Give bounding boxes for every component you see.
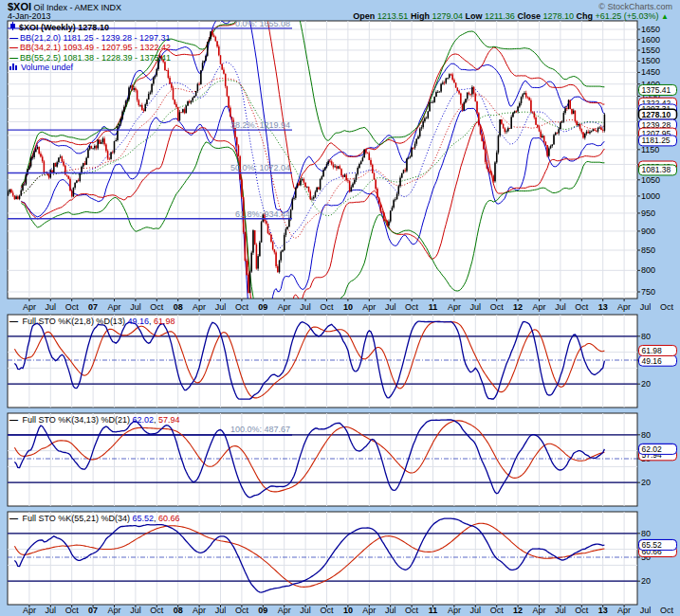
svg-text:62.02: 62.02 — [642, 444, 663, 454]
svg-text:1000: 1000 — [641, 191, 660, 201]
svg-text:850: 850 — [641, 245, 655, 255]
panel3-k-value: 65.52 — [132, 514, 154, 523]
svg-text:20: 20 — [641, 576, 651, 586]
open-label: Open — [353, 11, 375, 21]
svg-text:Apr: Apr — [107, 302, 120, 312]
svg-text:Jul: Jul — [130, 302, 141, 312]
svg-text:1600: 1600 — [641, 35, 660, 45]
svg-text:07: 07 — [88, 302, 98, 312]
panel2-box — [8, 413, 637, 506]
svg-text:20: 20 — [641, 478, 651, 487]
up-arrow-icon: ▲ — [661, 12, 669, 21]
panel1-line-marker: — — [9, 317, 18, 326]
svg-text:80: 80 — [641, 430, 651, 440]
legend-bb55-row[interactable]: — BB(55,2.5) 1081.38 - 1228.39 - 1375.41 — [9, 53, 171, 63]
svg-text:1050: 1050 — [641, 175, 660, 185]
svg-text:Jul: Jul — [640, 606, 652, 615]
volume-icon — [9, 63, 18, 73]
chg-value: +61.25 (+5.03%) — [596, 11, 659, 21]
svg-text:Oct: Oct — [150, 302, 164, 312]
svg-text:65.52: 65.52 — [642, 540, 663, 550]
svg-text:1181.25: 1181.25 — [642, 136, 671, 145]
svg-text:08: 08 — [174, 302, 183, 312]
svg-text:Oct: Oct — [405, 302, 419, 312]
panel1-d-value: 61.98 — [154, 317, 175, 326]
close-value: 1278.10 — [542, 11, 574, 21]
svg-text:Oct: Oct — [660, 302, 674, 312]
legend-bb21-row[interactable]: — BB(21,2.0) 1181.25 - 1239.28 - 1297.31 — [9, 33, 171, 44]
high-label: High — [411, 11, 430, 21]
bb34-line-marker: — — [9, 43, 18, 53]
svg-text:11: 11 — [429, 302, 438, 312]
svg-text:900: 900 — [641, 226, 655, 236]
low-label: Low — [465, 11, 482, 21]
close-label: Close — [517, 11, 541, 21]
chart-canvas: 0.0%: 1655.0838.2%: 1219.9450.0%: 1072.0… — [0, 0, 680, 616]
svg-text:Apr: Apr — [23, 302, 36, 312]
stockcharts-credit: © StockCharts.com — [598, 2, 672, 11]
svg-text:750: 750 — [641, 287, 655, 297]
panel2-d-value: 57.94 — [158, 415, 180, 425]
legend-volume-row[interactable]: Volume undef — [9, 63, 171, 73]
svg-text:Apr: Apr — [278, 302, 291, 312]
svg-text:10: 10 — [343, 302, 353, 312]
candlestick-icon — [9, 22, 16, 33]
svg-text:49.16: 49.16 — [642, 356, 663, 366]
svg-text:100.0%: 487.67: 100.0%: 487.67 — [230, 425, 290, 434]
svg-text:12: 12 — [513, 302, 523, 312]
svg-text:0.0%: 1655.08: 0.0%: 1655.08 — [235, 19, 290, 28]
panel2-line-marker: — — [9, 415, 18, 425]
legend-volume-label: Volume undef — [21, 63, 73, 73]
svg-text:Jul: Jul — [555, 302, 566, 312]
open-value: 1213.51 — [377, 11, 409, 21]
svg-text:Apr: Apr — [532, 302, 545, 312]
svg-text:Jul: Jul — [385, 302, 396, 312]
svg-text:Oct: Oct — [575, 302, 589, 312]
svg-text:1375.41: 1375.41 — [642, 85, 671, 95]
bb55-line-marker: — — [9, 53, 18, 63]
panel3-line-marker: — — [9, 514, 18, 523]
svg-text:1450: 1450 — [641, 67, 660, 77]
svg-text:1278.10: 1278.10 — [642, 110, 671, 119]
svg-text:Jul: Jul — [46, 302, 57, 312]
svg-text:61.8%: 934.44: 61.8%: 934.44 — [235, 209, 290, 219]
svg-text:Apr: Apr — [362, 302, 376, 312]
svg-text:Apr: Apr — [193, 302, 206, 312]
chart-page: 0.0%: 1655.0838.2%: 1219.9450.0%: 1072.0… — [0, 0, 680, 616]
main-legend: $XOI (Weekly) 1278.10 — BB(21,2.0) 1181.… — [9, 22, 171, 73]
panel2-header[interactable]: — Full STO %K(34,13) %D(21) 62.02, 57.94 — [9, 415, 180, 425]
svg-text:Apr: Apr — [448, 302, 461, 312]
svg-text:Oct: Oct — [660, 606, 674, 615]
svg-text:Jul: Jul — [470, 302, 482, 312]
svg-text:1550: 1550 — [641, 45, 660, 55]
panel3-d-value: 60.66 — [158, 514, 180, 523]
panel3-header[interactable]: — Full STO %K(55,21) %D(34) 65.52, 60.66 — [9, 514, 180, 523]
svg-text:1650: 1650 — [641, 25, 660, 34]
svg-text:Oct: Oct — [65, 302, 80, 312]
panel2-k-value: 62.02 — [132, 415, 154, 425]
chg-label: Chg — [576, 11, 593, 21]
svg-text:Jul: Jul — [300, 302, 311, 312]
panel1-header[interactable]: — Full STO %K(21,8) %D(13) 49.16, 61.98 — [9, 317, 175, 326]
svg-text:61.98: 61.98 — [642, 346, 663, 355]
legend-bb34-row[interactable]: — BB(34,2.1) 1093.49 - 1207.95 - 1322.42 — [9, 43, 171, 53]
svg-text:Jul: Jul — [640, 302, 652, 312]
panel3-title: Full STO %K(55,21) %D(34) — [23, 514, 130, 523]
svg-text:Oct: Oct — [320, 302, 334, 312]
low-value: 1211.36 — [485, 11, 515, 21]
quote-line: Open 1213.51 High 1279.04 Low 1211.36 Cl… — [353, 11, 669, 21]
legend-bb34-label: BB(34,2.1) 1093.49 - 1207.95 - 1322.42 — [20, 43, 171, 53]
svg-text:38.2%: 1219.94: 38.2%: 1219.94 — [230, 120, 290, 130]
panel2-title: Full STO %K(34,13) %D(21) — [23, 415, 130, 425]
legend-main-label: $XOI (Weekly) 1278.10 — [19, 23, 109, 33]
svg-text:1500: 1500 — [641, 56, 660, 65]
svg-text:Oct: Oct — [235, 302, 249, 312]
svg-text:Apr: Apr — [617, 302, 631, 312]
svg-text:80: 80 — [641, 529, 651, 538]
svg-text:Jul: Jul — [215, 302, 227, 312]
svg-text:Oct: Oct — [490, 302, 505, 312]
svg-text:80: 80 — [641, 332, 651, 341]
svg-text:800: 800 — [641, 265, 655, 275]
legend-main-row[interactable]: $XOI (Weekly) 1278.10 — [9, 22, 171, 33]
panel1-k-value: 49.16 — [127, 317, 149, 326]
